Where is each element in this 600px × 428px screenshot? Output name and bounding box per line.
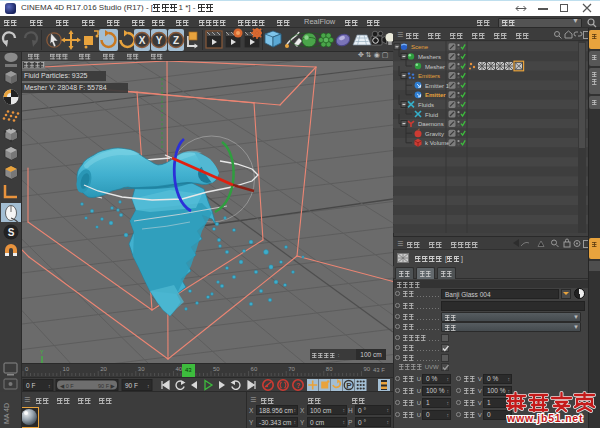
svg-text:70: 70 [288, 366, 295, 372]
svg-text:0: 0 [25, 366, 29, 372]
svg-text:20: 20 [100, 366, 107, 372]
svg-text:90 F: 90 F [125, 382, 138, 389]
svg-text:◀ 0 F: ◀ 0 F [60, 383, 74, 389]
svg-text:↕: ↕ [147, 383, 150, 389]
svg-text:0 F: 0 F [26, 382, 35, 389]
svg-text:60: 60 [251, 366, 258, 372]
svg-text:43: 43 [185, 367, 192, 373]
svg-text:X: X [139, 35, 146, 46]
svg-text:Fluid: Fluid [425, 112, 438, 118]
svg-text:30: 30 [138, 366, 145, 372]
svg-text:Fluids: Fluids [418, 102, 434, 108]
svg-text:k Volume: k Volume [425, 140, 450, 146]
svg-text:↕: ↕ [48, 383, 51, 389]
svg-text:43 F: 43 F [373, 367, 385, 373]
svg-text:Meshers: Meshers [418, 54, 441, 60]
svg-text:www.jb51.net: www.jb51.net [506, 412, 583, 424]
svg-text:P: P [346, 381, 352, 390]
svg-text:Scene: Scene [411, 44, 429, 50]
svg-text:?: ? [296, 382, 300, 389]
svg-text:90 F ▶: 90 F ▶ [98, 383, 116, 389]
svg-text:40: 40 [175, 366, 182, 372]
svg-text:Z: Z [173, 35, 179, 46]
svg-text:90: 90 [363, 366, 370, 372]
svg-text:Emitters: Emitters [418, 73, 440, 79]
svg-text:10: 10 [63, 366, 70, 372]
svg-text:Mesher: Mesher [425, 64, 445, 70]
svg-text:80: 80 [326, 366, 333, 372]
svg-text:Daemons: Daemons [418, 121, 444, 127]
svg-text:Gravity: Gravity [425, 131, 444, 137]
svg-text:Y: Y [40, 349, 44, 355]
svg-text:S: S [8, 227, 15, 238]
svg-text:50: 50 [213, 366, 220, 372]
svg-text:Emitter: Emitter [425, 92, 446, 98]
svg-text:Emitter 1: Emitter 1 [425, 83, 450, 89]
svg-text:Y: Y [156, 35, 163, 46]
